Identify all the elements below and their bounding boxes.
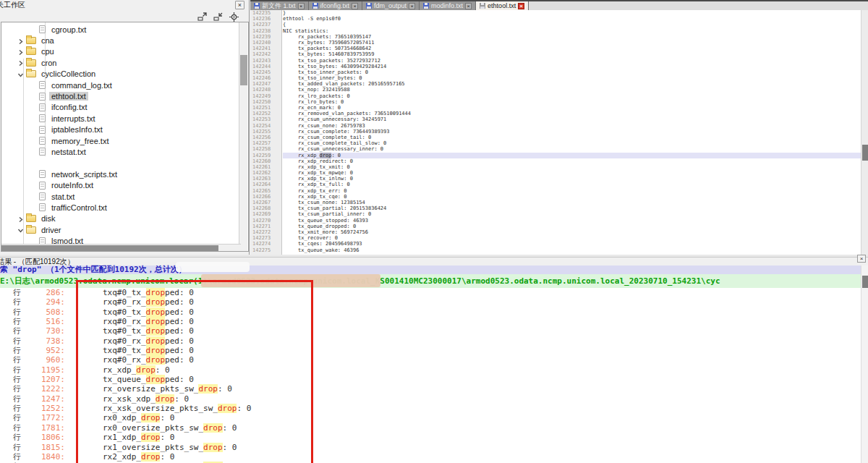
- tree-item-label: interrupts.txt: [49, 114, 98, 123]
- editor-text[interactable]: }ethtool -S enp1s0f0{NIC statistics: rx_…: [283, 10, 861, 255]
- tree-item-cna[interactable]: cna: [1, 35, 248, 46]
- result-row[interactable]: 行286:txq#0_tx_dropped: 0: [0, 288, 868, 297]
- result-row[interactable]: 行1806:rx1_xdp_drop: 0: [0, 433, 868, 442]
- row-content-post: ped: 0: [165, 346, 194, 355]
- tree-item-cpu[interactable]: cpu: [1, 46, 248, 57]
- row-line-number: 1222:: [23, 384, 65, 394]
- row-match: drop: [218, 404, 237, 413]
- row-line-number: 1781:: [23, 423, 65, 433]
- tree-item-stat-txt[interactable]: stat.txt: [1, 191, 248, 202]
- tree-item-memory_free-txt[interactable]: memory_free.txt: [1, 135, 248, 146]
- result-row[interactable]: 行1222:rx_oversize_pkts_sw_drop: 0: [0, 384, 868, 394]
- row-content-post: : 0: [218, 384, 232, 394]
- tab-close-icon[interactable]: ×: [352, 3, 358, 9]
- tree-item-iptablesinfo-txt[interactable]: iptablesInfo.txt: [1, 124, 248, 135]
- folder-icon: [26, 59, 36, 67]
- tree-item-cron[interactable]: cron: [1, 57, 248, 68]
- tree-item-trafficcontrol-txt[interactable]: trafficControl.txt: [1, 202, 248, 213]
- tree-item-label: trafficControl.txt: [49, 203, 109, 212]
- result-row[interactable]: 行730:txq#0_tx_dropped: 0: [0, 326, 868, 336]
- tab-ifconfig-txt[interactable]: ifconfig.txt×: [309, 1, 363, 10]
- results-file-path-line[interactable]: E:\日志\armod0523.odata.ncmp.unicom.locar(…: [0, 274, 868, 288]
- tree-item-netstat-txt[interactable]: netstat.txt: [1, 146, 248, 157]
- line-number: 142264: [250, 182, 281, 187]
- row-content-post: : 0: [223, 423, 237, 433]
- file-icon: [39, 25, 46, 33]
- chevron-right-icon[interactable]: [17, 48, 24, 55]
- tree-item-network_scripts-txt[interactable]: network_scripts.txt: [1, 169, 248, 179]
- line-number: 142257: [250, 140, 281, 146]
- result-row[interactable]: 行1247:rx_xsk_xdp_drop: 0: [0, 394, 868, 404]
- tab--1-txt[interactable]: 新文件 1.txt×: [250, 1, 309, 10]
- results-close-icon[interactable]: ×: [857, 255, 866, 263]
- tree-item-driver[interactable]: driver: [1, 224, 248, 235]
- line-number: 142266: [250, 194, 281, 200]
- tree-item-routeinfo-txt[interactable]: routeInfo.txt: [1, 179, 248, 190]
- result-row[interactable]: 行1815:rx1_oversize_pkts_sw_drop: 0: [0, 443, 868, 452]
- result-row[interactable]: 行516:rxq#0_rx_dropped: 0: [0, 317, 868, 326]
- code-line: NIC statistics:: [283, 28, 861, 34]
- result-row[interactable]: 行1781:rx0_oversize_pkts_sw_drop: 0: [0, 423, 868, 433]
- tree-hscroll-thumb[interactable]: [1, 245, 218, 251]
- save-disk-icon: [312, 3, 318, 9]
- row-line-number: 294:: [23, 297, 65, 307]
- tree-vertical-scrollbar[interactable]: [239, 22, 247, 251]
- code-line: rx_csum_complete: 736449389393: [283, 129, 861, 135]
- chevron-down-icon[interactable]: [17, 226, 24, 233]
- line-number: 142265: [250, 188, 281, 194]
- line-number: 142242: [250, 51, 281, 57]
- tab-fdm_output[interactable]: fdm_output×: [362, 1, 420, 10]
- chevron-down-icon[interactable]: [17, 71, 24, 77]
- tab-close-icon[interactable]: ×: [518, 3, 524, 9]
- locate-file-icon[interactable]: [229, 12, 239, 21]
- chevron-right-icon[interactable]: [17, 38, 24, 44]
- result-row[interactable]: 行1840:rx2_xdp_drop: 0: [0, 452, 868, 462]
- row-content-pre: rx0_xdp_: [103, 413, 141, 422]
- line-number: 142259: [250, 153, 281, 158]
- tree-item-cgroup-txt[interactable]: cgroup.txt: [1, 24, 248, 35]
- file-icon: [39, 182, 46, 190]
- results-vscroll-thumb[interactable]: [862, 276, 868, 288]
- tab-modinfo-txt[interactable]: modinfo.txt×: [420, 1, 476, 10]
- result-row[interactable]: 行952:txq#0_tx_dropped: 0: [0, 346, 868, 355]
- tree-item-ifconfig-txt[interactable]: ifconfig.txt: [1, 102, 248, 113]
- results-vertical-scrollbar[interactable]: [861, 266, 868, 463]
- tree-item-disk[interactable]: disk: [1, 213, 248, 224]
- result-row[interactable]: 行508:txq#0_tx_dropped: 0: [0, 307, 868, 317]
- line-number: 142241: [250, 46, 281, 51]
- result-row[interactable]: 行1772:rx0_xdp_drop: 0: [0, 413, 868, 422]
- tab-ethtool-txt[interactable]: ethtool.txt×: [476, 1, 529, 10]
- results-summary-line[interactable]: 索 "drop" （1个文件中匹配到10192次，总计次）: [0, 266, 868, 274]
- result-row[interactable]: 行960:rxq#0_rx_dropped: 0: [0, 355, 868, 365]
- tab-close-icon[interactable]: ×: [465, 3, 472, 9]
- result-row[interactable]: 行1252:rx_xsk_oversize_pkts_sw_drop: 0: [0, 404, 868, 413]
- tab-close-icon[interactable]: ×: [409, 3, 415, 9]
- row-line-label: 行: [13, 346, 23, 355]
- code-editor[interactable]: 1422351422361422371422381422391422401422…: [250, 10, 868, 255]
- editor-vertical-scrollbar[interactable]: [861, 10, 868, 255]
- result-row[interactable]: 行1195:rx_xdp_drop: 0: [0, 365, 868, 375]
- workspace-close-icon[interactable]: ×: [235, 1, 244, 9]
- row-content: txq#0_tx_dropped: 0: [103, 326, 194, 336]
- tree-horizontal-scrollbar[interactable]: [1, 244, 241, 251]
- tree-vscroll-thumb[interactable]: [240, 55, 247, 85]
- row-content-post: ped: 0: [165, 326, 194, 336]
- row-line-number: 1252:: [23, 404, 65, 413]
- result-row[interactable]: 行738:rxq#0_rx_dropped: 0: [0, 336, 868, 346]
- row-line-label: 行: [13, 452, 23, 462]
- tree-item-command_log-txt[interactable]: command_log.txt: [1, 80, 248, 90]
- result-row[interactable]: 行1207:tx_queue_dropped: 0: [0, 375, 868, 384]
- row-line-label: 行: [13, 443, 23, 452]
- code-text: : 0: [331, 153, 341, 158]
- tree-item-cycliccollection[interactable]: cyclicCollection: [1, 69, 248, 80]
- tab-close-icon[interactable]: ×: [298, 3, 305, 9]
- collapse-all-icon[interactable]: [213, 12, 223, 21]
- chevron-right-icon[interactable]: [17, 59, 24, 66]
- result-row[interactable]: 行294:rxq#0_rx_dropped: 0: [0, 297, 868, 307]
- expand-all-icon[interactable]: [197, 12, 207, 21]
- editor-vscroll-thumb[interactable]: [862, 145, 868, 161]
- tree-item-interrupts-txt[interactable]: interrupts.txt: [1, 113, 248, 124]
- chevron-right-icon[interactable]: [17, 216, 24, 222]
- tree-item-ethtool-txt[interactable]: ethtool.txt: [1, 90, 248, 101]
- tree-item-label: netstat.txt: [49, 148, 88, 156]
